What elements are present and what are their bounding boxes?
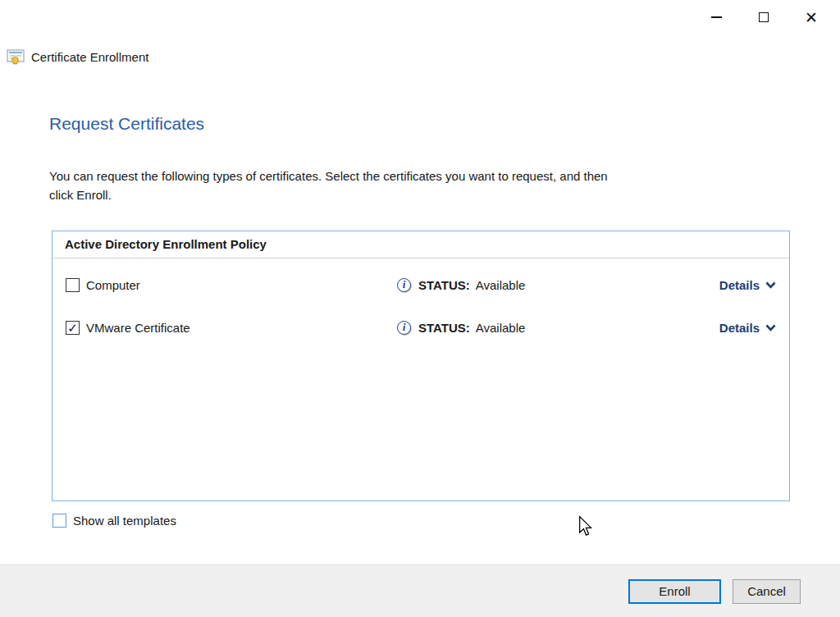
status-group: i STATUS: Available [397,321,525,335]
status-label: STATUS: [418,321,470,335]
vmware-checkbox[interactable]: ✓ [66,321,80,335]
maximize-button[interactable] [740,3,788,31]
certificate-label: VMware Certificate [86,321,397,335]
certificate-row-vmware: ✓ VMware Certificate i STATUS: Available… [52,306,789,349]
show-all-templates-checkbox[interactable] [52,514,66,528]
show-all-templates-label: Show all templates [73,514,176,528]
enroll-button[interactable]: Enroll [628,579,721,604]
status-value: Available [476,278,526,292]
description-line-1: You can request the following types of c… [49,167,796,185]
cancel-button[interactable]: Cancel [733,579,801,604]
close-button[interactable]: ✕ [788,3,835,31]
minimize-icon [711,16,722,18]
status-value: Available [476,321,526,335]
enrollment-policy-box: Active Directory Enrollment Policy Compu… [52,231,790,501]
minimize-button[interactable] [692,3,740,31]
mouse-cursor [578,516,592,536]
policy-rows: Computer i STATUS: Available Details ✓ V… [52,258,789,349]
info-icon: i [397,321,411,335]
app-title: Certificate Enrollment [31,50,148,64]
details-label: Details [719,321,760,335]
certificate-icon [7,48,25,66]
certificate-enrollment-window: ✕ Certificate Enrollment Request Certifi… [0,0,840,617]
details-link[interactable]: Details [719,321,776,335]
chevron-down-icon [765,281,776,289]
details-label: Details [719,278,760,292]
chevron-down-icon [765,324,776,331]
details-link[interactable]: Details [719,278,776,292]
status-label: STATUS: [418,278,470,292]
policy-box-header: Active Directory Enrollment Policy [52,231,789,258]
show-all-templates-option: Show all templates [52,514,176,528]
certificate-label: Computer [86,278,397,292]
description-line-2: click Enroll. [49,185,796,204]
maximize-icon [759,12,769,22]
page-title: Request Certificates [49,114,204,134]
window-controls: ✕ [692,3,835,31]
status-group: i STATUS: Available [397,278,525,292]
info-icon: i [397,278,411,292]
certificate-row-computer: Computer i STATUS: Available Details [52,263,789,306]
app-header: Certificate Enrollment [7,48,148,66]
footer-bar: Enroll Cancel [0,564,840,617]
page-description: You can request the following types of c… [49,167,796,204]
close-icon: ✕ [805,10,818,25]
computer-checkbox[interactable] [66,278,80,292]
